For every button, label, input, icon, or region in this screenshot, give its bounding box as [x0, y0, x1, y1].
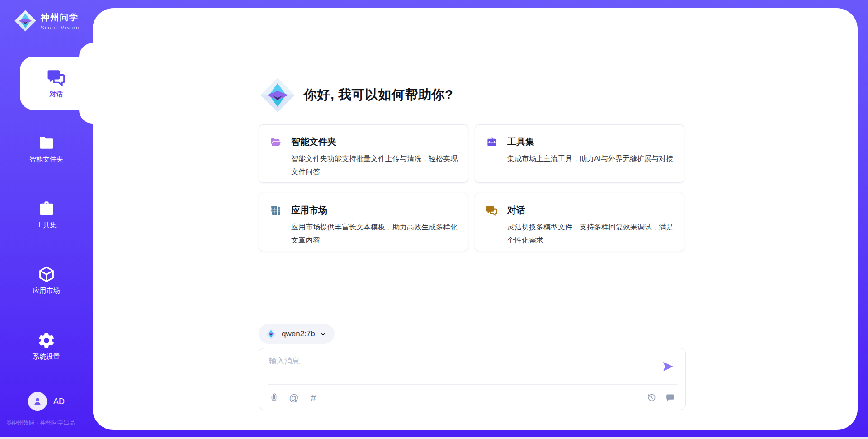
paperclip-icon	[270, 393, 279, 402]
composer-toolbar: @ #	[259, 385, 685, 410]
card-chat[interactable]: 对话 灵活切换多模型文件，支持多样回复效果调试，满足个性化需求	[475, 193, 684, 251]
history-button[interactable]	[646, 392, 657, 403]
toolbox-icon	[38, 200, 56, 218]
attach-file-button[interactable]	[269, 392, 280, 403]
person-icon	[32, 396, 43, 407]
model-logo-icon	[265, 328, 277, 340]
sidebar-item-chat[interactable]: 对话	[20, 57, 93, 110]
feature-cards: 智能文件夹 智能文件夹功能支持批量文件上传与清洗，轻松实现文件问答 工具集 集成…	[259, 124, 684, 251]
card-app-market[interactable]: 应用市场 应用市场提供丰富长文本模板，助力高效生成多样化文章内容	[259, 193, 468, 251]
avatar	[28, 392, 47, 411]
hashtag-button[interactable]: #	[308, 392, 319, 403]
content-column: 你好, 我可以如何帮助你? 智能文件夹 智能文件夹功能支持批量文件上传与清洗，轻…	[259, 8, 686, 430]
sidebar-item-label: 工具集	[36, 221, 57, 229]
card-title: 应用市场	[291, 204, 327, 216]
model-selector[interactable]: qwen2:7b	[259, 324, 335, 344]
user-profile[interactable]: AD	[0, 392, 93, 411]
chat-bubble-icon	[665, 393, 675, 402]
card-description: 应用市场提供丰富长文本模板，助力高效生成多样化文章内容	[291, 220, 458, 247]
brand-logo-icon	[14, 9, 37, 33]
card-title: 智能文件夹	[291, 136, 336, 148]
card-title: 工具集	[507, 136, 534, 148]
toolbox-icon	[486, 136, 498, 148]
main-panel: 你好, 我可以如何帮助你? 智能文件夹 智能文件夹功能支持批量文件上传与清洗，轻…	[93, 8, 858, 430]
chevron-down-icon	[320, 330, 326, 337]
card-description: 灵活切换多模型文件，支持多样回复效果调试，满足个性化需求	[507, 220, 674, 247]
sidebar-item-label: 对话	[50, 90, 63, 99]
sidebar-item-settings[interactable]: 系统设置	[0, 331, 93, 361]
gear-icon	[38, 331, 56, 349]
sidebar: 神州问学 Smart Vision 对话 智能文件夹 工具集 应用市场 系统设置	[0, 0, 93, 439]
message-composer: @ #	[259, 348, 686, 410]
brand: 神州问学 Smart Vision	[14, 9, 80, 33]
grid-icon	[270, 205, 282, 216]
card-description: 集成市场上主流工具，助力AI与外界无缝扩展与对接	[507, 152, 674, 165]
cube-icon	[38, 265, 56, 283]
window-bottom-edge	[0, 437, 868, 439]
sidebar-item-label: 应用市场	[33, 286, 60, 295]
history-icon	[647, 393, 656, 402]
greeting-block: 你好, 我可以如何帮助你?	[259, 76, 453, 114]
user-name: AD	[53, 397, 65, 406]
feedback-button[interactable]	[665, 392, 675, 403]
card-description: 智能文件夹功能支持批量文件上传与清洗，轻松实现文件问答	[291, 152, 458, 178]
folder-open-icon	[270, 136, 282, 148]
sidebar-item-app-market[interactable]: 应用市场	[0, 265, 93, 295]
assistant-logo-icon	[259, 76, 297, 114]
mention-button[interactable]: @	[288, 392, 299, 403]
copyright-footer: ©神州数码 · 神州问学出品	[7, 419, 75, 427]
brand-subtitle: Smart Vision	[41, 25, 80, 30]
greeting-title: 你好, 我可以如何帮助你?	[304, 86, 453, 104]
card-toolset[interactable]: 工具集 集成市场上主流工具，助力AI与外界无缝扩展与对接	[475, 124, 684, 183]
card-smart-folder[interactable]: 智能文件夹 智能文件夹功能支持批量文件上传与清洗，轻松实现文件问答	[259, 124, 468, 183]
brand-name: 神州问学	[41, 12, 80, 24]
sidebar-item-smart-folder[interactable]: 智能文件夹	[0, 134, 93, 164]
send-button[interactable]	[662, 360, 675, 373]
sidebar-item-label: 系统设置	[33, 353, 60, 361]
card-title: 对话	[507, 204, 525, 216]
folder-icon	[38, 134, 56, 152]
chat-icon	[486, 205, 498, 216]
send-icon	[662, 360, 675, 373]
model-name: qwen2:7b	[282, 329, 315, 339]
message-input[interactable]	[269, 356, 649, 381]
sidebar-item-toolset[interactable]: 工具集	[0, 200, 93, 229]
chat-icon	[47, 68, 66, 87]
sidebar-item-label: 智能文件夹	[29, 155, 63, 164]
